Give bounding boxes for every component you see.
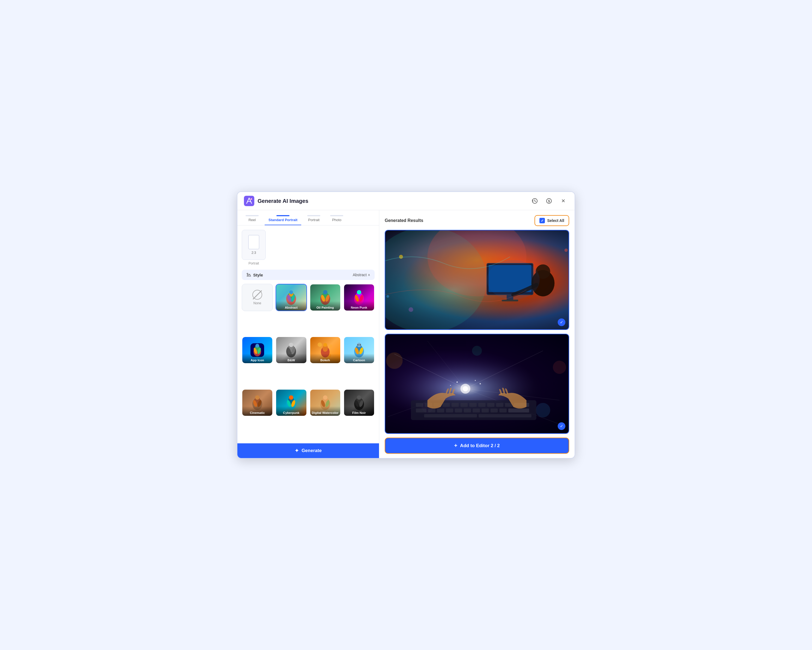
add-to-editor-button[interactable]: + Add to Editor 2 / 2 [385, 438, 569, 454]
svg-rect-104 [469, 403, 477, 407]
style-oil-label: Oil Painting [310, 301, 340, 311]
result-image-1[interactable]: ✓ [385, 230, 569, 330]
svg-point-4 [247, 273, 248, 274]
style-icon [246, 272, 251, 277]
tab-standard-portrait[interactable]: Standard Portrait [265, 213, 301, 225]
svg-point-32 [317, 343, 322, 347]
svg-rect-121 [424, 414, 477, 417]
check-icon: ✓ [541, 219, 544, 223]
svg-rect-73 [502, 300, 518, 301]
history-button[interactable] [530, 196, 540, 206]
svg-rect-101 [443, 403, 450, 407]
svg-rect-117 [482, 408, 489, 413]
add-editor-label: Add to Editor 2 / 2 [460, 443, 499, 449]
select-all-button[interactable]: ✓ Select All [534, 215, 569, 226]
svg-point-78 [386, 295, 389, 298]
result-image-2[interactable]: ✓ [385, 334, 569, 434]
style-item-none[interactable]: None [242, 284, 273, 311]
tab-bar-reel [246, 215, 259, 216]
svg-point-47 [255, 395, 259, 400]
svg-point-24 [255, 344, 259, 348]
style-item-app-icon[interactable]: App Icon [242, 336, 273, 364]
svg-rect-113 [446, 408, 453, 413]
result-2-check-icon: ✓ [560, 424, 563, 429]
svg-point-127 [450, 385, 451, 386]
svg-rect-120 [508, 408, 529, 413]
generate-button[interactable]: ✦ Generate [237, 443, 379, 458]
plus-icon: + [454, 443, 457, 449]
style-appicon-label: App Icon [242, 354, 272, 363]
svg-rect-114 [455, 408, 462, 413]
results-header: Generated Results ✓ Select All [385, 215, 569, 226]
svg-rect-122 [479, 414, 531, 417]
style-item-film-noir[interactable]: Film Noir [343, 389, 375, 416]
svg-point-76 [487, 260, 540, 300]
modal-container: Generate AI Images $ ✕ [237, 192, 575, 458]
style-label-group: Style [246, 272, 263, 277]
svg-point-52 [289, 395, 293, 400]
svg-rect-105 [478, 403, 486, 407]
ai-image-boy-computer [385, 230, 569, 329]
svg-point-126 [475, 380, 476, 381]
tab-portrait[interactable]: Portrait [304, 213, 324, 225]
tab-reel[interactable]: Reel [242, 213, 263, 225]
svg-point-33 [329, 344, 332, 348]
style-item-watercolor[interactable]: Digital Watercolor [310, 389, 341, 416]
style-section: Style Abstract ∧ [237, 269, 379, 284]
svg-point-124 [463, 386, 468, 391]
svg-rect-119 [499, 408, 507, 413]
style-cinematic-label: Cinematic [242, 406, 272, 416]
style-item-bw[interactable]: B&W [276, 336, 307, 364]
style-value[interactable]: Abstract ∧ [353, 272, 370, 277]
portrait-thumb-inner [248, 235, 259, 249]
svg-rect-0 [244, 196, 254, 206]
results-title: Generated Results [385, 218, 423, 223]
select-all-label: Select All [547, 218, 564, 223]
svg-point-128 [480, 383, 481, 384]
result-1-check-icon: ✓ [560, 320, 563, 325]
tab-photo[interactable]: Photo [326, 213, 347, 225]
style-filmnoir-label: Film Noir [344, 406, 374, 416]
style-cyberpunk-label: Cyberpunk [276, 406, 306, 416]
style-neon-label: Neon Punk [344, 301, 374, 311]
svg-point-43 [357, 344, 359, 346]
app-logo-icon [244, 196, 254, 206]
header-title: Generate AI Images [258, 198, 530, 204]
select-all-checkbox: ✓ [539, 218, 545, 223]
style-abstract-label: Abstract [276, 301, 306, 311]
none-icon [252, 290, 262, 300]
portrait-thumbnail[interactable]: 2:3 [242, 230, 266, 260]
svg-rect-102 [452, 403, 459, 407]
style-item-abstract[interactable]: Abstract [276, 284, 307, 311]
style-item-neon-punk[interactable]: Neon Punk [343, 284, 375, 311]
style-watercolor-label: Digital Watercolor [310, 406, 340, 416]
format-tabs: Reel Standard Portrait Portrait Photo [237, 210, 379, 225]
svg-rect-112 [437, 408, 444, 413]
tab-bar-standard-portrait [276, 215, 290, 216]
header-actions: $ ✕ [530, 196, 568, 206]
close-button[interactable]: ✕ [558, 196, 568, 206]
style-item-oil-painting[interactable]: Oil Painting [310, 284, 341, 311]
svg-point-125 [456, 381, 458, 383]
credits-button[interactable]: $ [544, 196, 554, 206]
ai-image-hands-keyboard [385, 334, 569, 433]
style-item-cartoon[interactable]: Cartoon [343, 336, 375, 364]
style-item-cyberpunk[interactable]: Cyberpunk [276, 389, 307, 416]
result-2-check: ✓ [558, 422, 565, 430]
right-panel: Generated Results ✓ Select All [379, 210, 575, 458]
svg-point-37 [323, 343, 327, 347]
close-icon: ✕ [561, 198, 565, 204]
style-label: Style [253, 272, 263, 277]
svg-rect-108 [505, 403, 513, 407]
svg-point-13 [323, 290, 327, 294]
svg-rect-98 [416, 403, 423, 407]
svg-point-79 [565, 249, 568, 252]
svg-point-8 [289, 290, 293, 294]
style-cartoon-label: Cartoon [344, 354, 374, 363]
sparkle-icon: ✦ [295, 448, 299, 454]
style-bokeh-label: Bokeh [310, 354, 340, 363]
style-item-bokeh[interactable]: Bokeh [310, 336, 341, 364]
style-item-cinematic[interactable]: Cinematic [242, 389, 273, 416]
generate-label: Generate [302, 448, 322, 454]
portrait-section: 2:3 Portrait [237, 225, 379, 269]
